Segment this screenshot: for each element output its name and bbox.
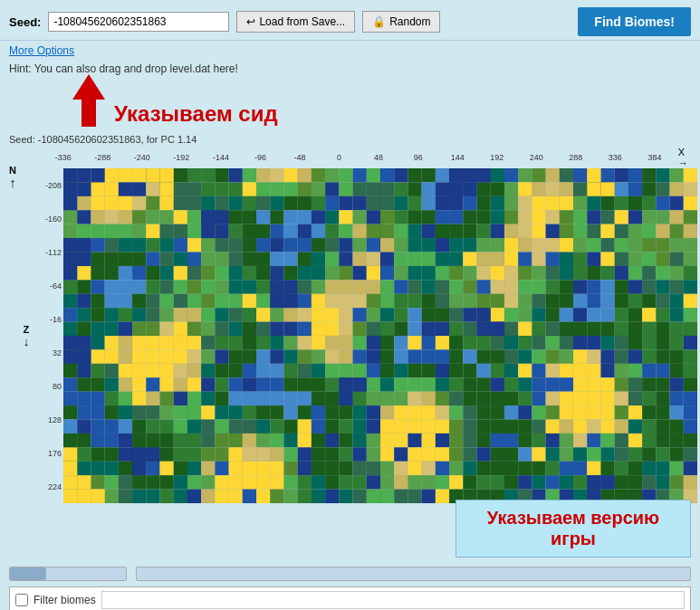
x-label: -240	[122, 153, 162, 162]
version-annotation-box: Указываем версию игры	[455, 500, 691, 558]
x-arrow-label: X →	[678, 147, 697, 168]
z-axis: Z ↓	[16, 168, 36, 503]
scrollbar-thumb-1	[10, 567, 46, 580]
y-label: 32	[36, 348, 62, 357]
y-label: 176	[36, 449, 62, 458]
x-labels: -336 -288 -240 -192 -144 -96 -48 0 48 96…	[43, 153, 675, 162]
map-section: Seed: -108045620602351863, for PC 1.14 N…	[0, 130, 700, 561]
random-icon: 🔒	[372, 15, 386, 28]
x-label: -288	[83, 153, 123, 162]
x-label: 240	[517, 153, 557, 162]
x-label: 384	[635, 153, 675, 162]
filter-row: Filter biomes	[9, 586, 691, 610]
map-body: Z ↓ -208 -160 -112 -64 -16 32 80 128 176…	[16, 168, 697, 503]
z-arrow: ↓	[24, 335, 30, 348]
scrollbar-row	[9, 567, 691, 581]
x-label: -144	[201, 153, 241, 162]
more-options-link[interactable]: More Options	[9, 44, 74, 57]
x-label: 96	[398, 153, 438, 162]
load-icon: ↩	[246, 15, 255, 28]
y-label: 80	[36, 382, 62, 391]
x-label: 336	[596, 153, 636, 162]
biome-map-canvas[interactable]	[63, 168, 697, 503]
x-label: -48	[280, 153, 320, 162]
y-label: 224	[36, 482, 62, 491]
x-label: -336	[43, 153, 83, 162]
find-biomes-button[interactable]: Find Biomes!	[578, 7, 691, 36]
x-axis-header: -336 -288 -240 -192 -144 -96 -48 0 48 96…	[16, 147, 697, 168]
x-label: -96	[241, 153, 281, 162]
y-label: -208	[36, 181, 62, 190]
y-label: 128	[36, 415, 62, 424]
arrow-head	[72, 74, 105, 100]
horizontal-scrollbar-1[interactable]	[9, 567, 127, 581]
y-labels: -208 -160 -112 -64 -16 32 80 128 176 224	[36, 168, 63, 503]
y-label: -16	[36, 315, 62, 324]
y-label: -160	[36, 214, 62, 224]
seed-controls: Seed: ↩ Load from Save... 🔒 Random	[9, 11, 440, 33]
load-from-save-button[interactable]: ↩ Load from Save...	[236, 11, 355, 33]
options-row: More Options	[0, 41, 700, 61]
z-label: Z	[24, 324, 30, 335]
horizontal-scrollbar-2[interactable]	[136, 567, 691, 581]
seed-input[interactable]	[48, 12, 229, 32]
map-wrapper: N ↑ -336 -288 -240 -192 -144 -96 -48 0 4…	[9, 147, 691, 503]
version-annotation-text: Указываем версию игры	[487, 508, 659, 548]
random-button[interactable]: 🔒 Random	[362, 11, 440, 33]
top-bar: Seed: ↩ Load from Save... 🔒 Random Find …	[0, 0, 700, 41]
filter-biomes-input[interactable]	[101, 591, 685, 609]
x-label: 192	[477, 153, 517, 162]
seed-label: Seed:	[9, 15, 41, 29]
north-indicator: N ↑	[9, 147, 16, 503]
y-label: -64	[36, 281, 62, 291]
x-label: -192	[162, 153, 202, 162]
map-inner: -336 -288 -240 -192 -144 -96 -48 0 48 96…	[16, 147, 697, 503]
x-label: 288	[556, 153, 596, 162]
arrow-body	[82, 100, 96, 127]
north-arrow: ↑	[9, 176, 15, 190]
filter-biomes-checkbox[interactable]	[15, 594, 28, 606]
x-label: 0	[320, 153, 360, 162]
y-label: -112	[36, 248, 62, 257]
x-label: 144	[437, 153, 477, 162]
map-seed-label: Seed: -108045620602351863, for PC 1.14	[9, 134, 691, 145]
version-annotation-row: Указываем версию игры	[9, 505, 691, 558]
bottom-section: Filter biomes X: Z: ⊕ Go! 💾 Save Map Bet…	[0, 561, 700, 610]
sid-annotation-text: Указываем сид	[114, 101, 278, 127]
hint-text: Hint: You can also drag and drop level.d…	[9, 62, 238, 75]
sid-arrow	[72, 74, 105, 127]
filter-biomes-label: Filter biomes	[34, 594, 96, 606]
version-annotation-container: Указываем версию игры	[9, 505, 691, 558]
north-label: N	[9, 165, 16, 176]
x-label: 48	[359, 153, 398, 162]
